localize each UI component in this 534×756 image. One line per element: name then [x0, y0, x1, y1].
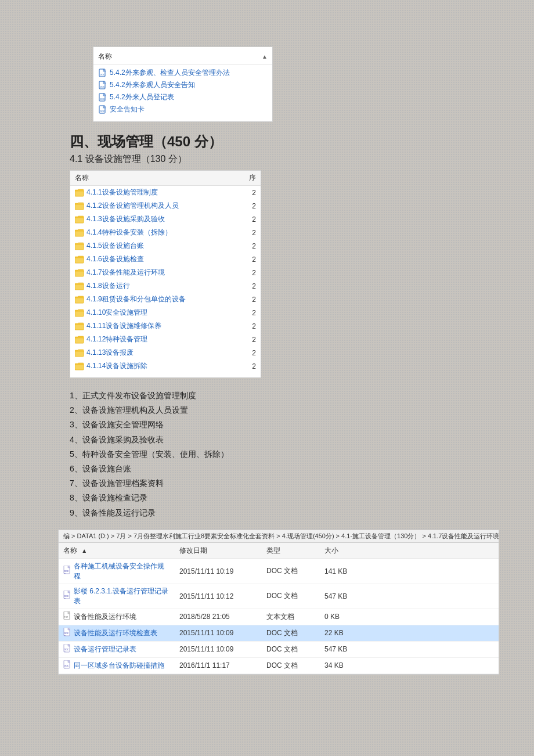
explorer-file-size: 0 KB — [320, 611, 366, 622]
section-heading: 四、现场管理（450 分） 4.1 设备设施管理（130 分） — [70, 132, 464, 170]
folder-item-num: 2 — [252, 296, 256, 304]
folder-item-num: 2 — [252, 336, 256, 344]
svg-text:DOC: DOC — [100, 110, 105, 113]
col-type-header: 类型 — [262, 545, 320, 557]
explorer-row[interactable]: DOC RA 设备性能及运行环境检查表 2015/11/11 10:09 DOC… — [59, 625, 499, 642]
folder-item-name: 4.1.12特种设备管理 — [86, 334, 250, 344]
folder-icon — [75, 309, 84, 317]
folder-item[interactable]: 4.1.7设备性能及运行环境 2 — [70, 266, 261, 279]
note-item: 1、正式文件发布设备设施管理制度 — [70, 388, 406, 403]
top-panel-item-name: 5.4.2外来参观人员安全告知 — [110, 80, 195, 90]
folder-icon — [75, 189, 84, 197]
doc-icon: DOC — [98, 69, 107, 78]
explorer-breadcrumb: 编 > DATA1 (D:) > 7月 > 7月份整理水利施工行业8要素安全标准… — [59, 530, 499, 543]
top-panel-file-item[interactable]: DOC 5.4.2外来参观人员安全告知 — [93, 79, 272, 91]
top-panel-header-title: 名称 — [98, 52, 112, 62]
explorer-row[interactable]: DOC RA 设备运行管理记录表 2015/11/11 10:09 DOC 文档… — [59, 642, 499, 658]
folder-icon — [75, 362, 84, 370]
folder-items: 4.1.1设备设施管理制度 2 4.1.2设备设施管理机构及人员 2 4.1.3… — [70, 186, 261, 373]
svg-text:DOC: DOC — [100, 98, 105, 100]
explorer-file-name: DOC RA 设备运行管理记录表 — [59, 643, 175, 656]
folder-item-name: 4.1.8设备运行 — [86, 281, 250, 291]
folder-item-name: 4.1.14设备设施拆除 — [86, 361, 250, 371]
folder-item[interactable]: 4.1.8设备运行 2 — [70, 279, 261, 293]
folder-item-name: 4.1.5设备设施台账 — [86, 241, 250, 251]
folder-item[interactable]: 4.1.14设备设施拆除 2 — [70, 359, 261, 373]
folder-item-name: 4.1.3设备设施采购及验收 — [86, 214, 250, 224]
note-item: 6、设备设施台账 — [70, 462, 406, 476]
folder-item[interactable]: 4.1.11设备设施维修保养 2 — [70, 319, 261, 333]
explorer-file-date: 2015/11/11 10:09 — [175, 644, 262, 654]
folder-item-name: 4.1.7设备性能及运行环境 — [86, 268, 250, 278]
folder-item[interactable]: 4.1.5设备设施台账 2 — [70, 239, 261, 253]
folder-item-num: 2 — [252, 242, 256, 250]
svg-text:RA: RA — [64, 573, 67, 574]
notes-section: 1、正式文件发布设备设施管理制度2、设备设施管理机构及人员设置3、设备设施安全管… — [70, 388, 406, 520]
folder-icon — [75, 255, 84, 264]
top-panel-arrow: ▲ — [262, 53, 268, 60]
folder-item-num: 2 — [252, 202, 256, 210]
doc-icon: DOC RA — [63, 591, 71, 602]
col-name-header: 名称 ▲ — [59, 545, 175, 557]
section-sub-title: 4.1 设备设施管理（130 分） — [70, 153, 464, 165]
folder-item[interactable]: 4.1.9租赁设备和分包单位的设备 2 — [70, 293, 261, 306]
note-item: 5、特种设备安全管理（安装、使用、拆除） — [70, 447, 406, 462]
explorer-file-type: DOC 文档 — [262, 660, 320, 672]
explorer-file-size: 547 KB — [320, 591, 366, 602]
explorer-file-name: TXT 设备性能及运行环境 — [59, 610, 175, 624]
folder-item-name: 4.1.2设备设施管理机构及人员 — [86, 201, 250, 211]
top-panel-item-name: 5.4.2外来人员登记表 — [110, 92, 174, 102]
explorer-file-date: 2016/11/1 11:17 — [175, 660, 262, 671]
col-date-header: 修改日期 — [175, 545, 262, 557]
explorer-file-name: DOC RA 影楼 6.2.3.1.设备运行管理记录表 — [59, 585, 175, 607]
explorer-file-name: DOC RA 设备性能及运行环境检查表 — [59, 627, 175, 640]
folder-item[interactable]: 4.1.6设备设施检查 2 — [70, 253, 261, 266]
folder-item-name: 4.1.9租赁设备和分包单位的设备 — [86, 294, 250, 304]
folder-icon — [75, 229, 84, 237]
explorer-file-name: DOC RA 各种施工机械设备安全操作规程 — [59, 560, 175, 582]
note-item: 9、设备性能及运行记录 — [70, 506, 406, 520]
top-panel-item-name: 5.4.2外来参观、检查人员安全管理办法 — [110, 68, 230, 78]
svg-text:TXT: TXT — [64, 616, 68, 618]
note-item: 4、设备设施采购及验收表 — [70, 433, 406, 447]
note-item: 3、设备设施安全管理网络 — [70, 417, 406, 432]
folder-item-num: 2 — [252, 255, 256, 264]
folder-icon — [75, 322, 84, 330]
explorer-file-date: 2018/5/28 21:05 — [175, 611, 262, 622]
doc-icon: DOC RA — [63, 566, 71, 577]
breadcrumb-text: 编 > DATA1 (D:) > 7月 > 7月份整理水利施工行业8要素安全标准… — [63, 532, 499, 539]
notes-items: 1、正式文件发布设备设施管理制度2、设备设施管理机构及人员设置3、设备设施安全管… — [70, 388, 406, 520]
folder-item-num: 2 — [252, 229, 256, 237]
folder-item-num: 2 — [252, 362, 256, 370]
explorer-row[interactable]: DOC RA 同一区域多台设备防碰撞措施 2016/11/1 11:17 DOC… — [59, 658, 499, 674]
doc-icon: DOC — [98, 81, 107, 90]
explorer-file-type: DOC 文档 — [262, 565, 320, 577]
folder-header-name: 名称 — [75, 173, 89, 183]
top-panel-file-item[interactable]: DOC 5.4.2外来参观、检查人员安全管理办法 — [93, 67, 272, 79]
folder-item-name: 4.1.10安全设施管理 — [86, 308, 250, 318]
folder-item-name: 4.1.11设备设施维修保养 — [86, 321, 250, 331]
explorer-table-header: 名称 ▲ 修改日期 类型 大小 — [59, 543, 499, 559]
folder-item[interactable]: 4.1.13设备报废 2 — [70, 346, 261, 359]
explorer-row[interactable]: DOC RA 影楼 6.2.3.1.设备运行管理记录表 2015/11/11 1… — [59, 584, 499, 609]
folder-item[interactable]: 4.1.10安全设施管理 2 — [70, 306, 261, 319]
folder-item[interactable]: 4.1.1设备设施管理制度 2 — [70, 186, 261, 199]
folder-item[interactable]: 4.1.2设备设施管理机构及人员 2 — [70, 199, 261, 213]
explorer-file-size: 22 KB — [320, 628, 366, 638]
txt-icon: TXT — [63, 611, 71, 622]
folder-item-num: 2 — [252, 215, 256, 224]
explorer-file-date: 2015/11/11 10:19 — [175, 566, 262, 577]
folder-item[interactable]: 4.1.4特种设备安装（拆除） 2 — [70, 226, 261, 239]
doc-icon: DOC RA — [63, 644, 71, 655]
explorer-file-size: 547 KB — [320, 644, 366, 654]
section-main-title: 四、现场管理（450 分） — [70, 132, 464, 151]
folder-item[interactable]: 4.1.3设备设施采购及验收 2 — [70, 213, 261, 226]
explorer-row[interactable]: TXT 设备性能及运行环境 2018/5/28 21:05 文本文档 0 KB — [59, 609, 499, 625]
top-panel-file-item[interactable]: DOC 安全告知卡 — [93, 103, 272, 116]
folder-icon — [75, 269, 84, 277]
folder-item-name: 4.1.13设备报废 — [86, 348, 250, 358]
explorer-section: 编 > DATA1 (D:) > 7月 > 7月份整理水利施工行业8要素安全标准… — [58, 530, 499, 675]
top-panel-file-item[interactable]: DOC 5.4.2外来人员登记表 — [93, 91, 272, 103]
explorer-row[interactable]: DOC RA 各种施工机械设备安全操作规程 2015/11/11 10:19 D… — [59, 559, 499, 584]
folder-item[interactable]: 4.1.12特种设备管理 2 — [70, 333, 261, 346]
